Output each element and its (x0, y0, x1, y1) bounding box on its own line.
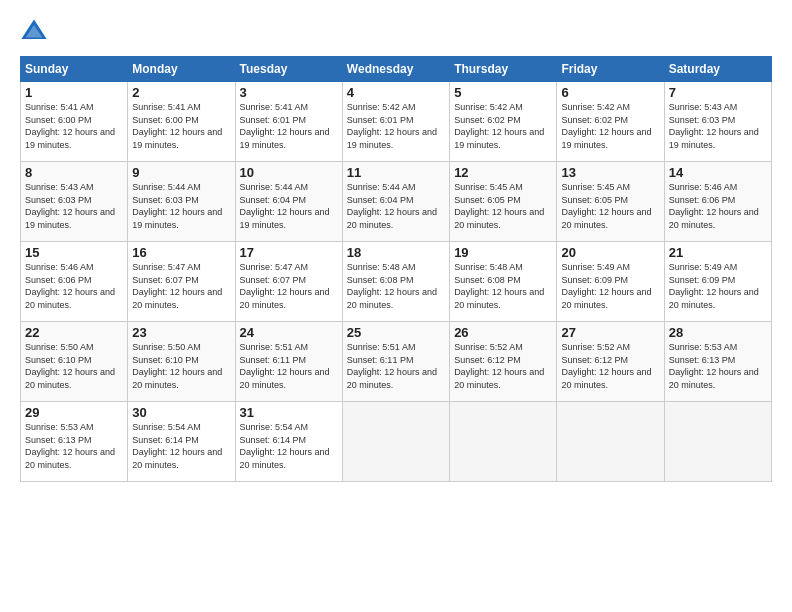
day-number: 16 (132, 245, 230, 260)
calendar-cell: 6 Sunrise: 5:42 AMSunset: 6:02 PMDayligh… (557, 82, 664, 162)
day-info: Sunrise: 5:54 AMSunset: 6:14 PMDaylight:… (132, 422, 222, 470)
day-info: Sunrise: 5:49 AMSunset: 6:09 PMDaylight:… (669, 262, 759, 310)
header-monday: Monday (128, 57, 235, 82)
day-number: 15 (25, 245, 123, 260)
day-number: 18 (347, 245, 445, 260)
header-thursday: Thursday (450, 57, 557, 82)
calendar-cell (342, 402, 449, 482)
day-number: 10 (240, 165, 338, 180)
calendar-cell: 8 Sunrise: 5:43 AMSunset: 6:03 PMDayligh… (21, 162, 128, 242)
calendar-cell: 21 Sunrise: 5:49 AMSunset: 6:09 PMDaylig… (664, 242, 771, 322)
day-info: Sunrise: 5:42 AMSunset: 6:01 PMDaylight:… (347, 102, 437, 150)
calendar-cell: 17 Sunrise: 5:47 AMSunset: 6:07 PMDaylig… (235, 242, 342, 322)
day-info: Sunrise: 5:51 AMSunset: 6:11 PMDaylight:… (347, 342, 437, 390)
calendar-cell: 19 Sunrise: 5:48 AMSunset: 6:08 PMDaylig… (450, 242, 557, 322)
day-number: 25 (347, 325, 445, 340)
calendar-cell: 13 Sunrise: 5:45 AMSunset: 6:05 PMDaylig… (557, 162, 664, 242)
calendar-cell: 16 Sunrise: 5:47 AMSunset: 6:07 PMDaylig… (128, 242, 235, 322)
day-info: Sunrise: 5:42 AMSunset: 6:02 PMDaylight:… (454, 102, 544, 150)
day-info: Sunrise: 5:41 AMSunset: 6:00 PMDaylight:… (25, 102, 115, 150)
day-number: 11 (347, 165, 445, 180)
calendar-cell: 14 Sunrise: 5:46 AMSunset: 6:06 PMDaylig… (664, 162, 771, 242)
day-info: Sunrise: 5:51 AMSunset: 6:11 PMDaylight:… (240, 342, 330, 390)
day-info: Sunrise: 5:54 AMSunset: 6:14 PMDaylight:… (240, 422, 330, 470)
calendar-cell: 24 Sunrise: 5:51 AMSunset: 6:11 PMDaylig… (235, 322, 342, 402)
day-number: 26 (454, 325, 552, 340)
logo (20, 18, 52, 46)
calendar-cell: 28 Sunrise: 5:53 AMSunset: 6:13 PMDaylig… (664, 322, 771, 402)
week-row-2: 15 Sunrise: 5:46 AMSunset: 6:06 PMDaylig… (21, 242, 772, 322)
day-info: Sunrise: 5:52 AMSunset: 6:12 PMDaylight:… (561, 342, 651, 390)
calendar-cell: 22 Sunrise: 5:50 AMSunset: 6:10 PMDaylig… (21, 322, 128, 402)
calendar-cell (450, 402, 557, 482)
day-info: Sunrise: 5:46 AMSunset: 6:06 PMDaylight:… (669, 182, 759, 230)
day-info: Sunrise: 5:42 AMSunset: 6:02 PMDaylight:… (561, 102, 651, 150)
calendar-cell: 29 Sunrise: 5:53 AMSunset: 6:13 PMDaylig… (21, 402, 128, 482)
day-number: 3 (240, 85, 338, 100)
header-wednesday: Wednesday (342, 57, 449, 82)
header-saturday: Saturday (664, 57, 771, 82)
day-number: 31 (240, 405, 338, 420)
day-info: Sunrise: 5:50 AMSunset: 6:10 PMDaylight:… (25, 342, 115, 390)
day-info: Sunrise: 5:44 AMSunset: 6:04 PMDaylight:… (240, 182, 330, 230)
day-info: Sunrise: 5:52 AMSunset: 6:12 PMDaylight:… (454, 342, 544, 390)
day-number: 22 (25, 325, 123, 340)
calendar-cell: 20 Sunrise: 5:49 AMSunset: 6:09 PMDaylig… (557, 242, 664, 322)
page: SundayMondayTuesdayWednesdayThursdayFrid… (0, 0, 792, 612)
day-number: 9 (132, 165, 230, 180)
day-info: Sunrise: 5:44 AMSunset: 6:04 PMDaylight:… (347, 182, 437, 230)
calendar-cell: 15 Sunrise: 5:46 AMSunset: 6:06 PMDaylig… (21, 242, 128, 322)
logo-icon (20, 18, 48, 46)
day-number: 5 (454, 85, 552, 100)
calendar-cell: 2 Sunrise: 5:41 AMSunset: 6:00 PMDayligh… (128, 82, 235, 162)
day-number: 21 (669, 245, 767, 260)
calendar-cell: 3 Sunrise: 5:41 AMSunset: 6:01 PMDayligh… (235, 82, 342, 162)
header-row: SundayMondayTuesdayWednesdayThursdayFrid… (21, 57, 772, 82)
calendar-cell: 30 Sunrise: 5:54 AMSunset: 6:14 PMDaylig… (128, 402, 235, 482)
day-number: 19 (454, 245, 552, 260)
calendar-cell: 1 Sunrise: 5:41 AMSunset: 6:00 PMDayligh… (21, 82, 128, 162)
calendar-cell: 10 Sunrise: 5:44 AMSunset: 6:04 PMDaylig… (235, 162, 342, 242)
week-row-4: 29 Sunrise: 5:53 AMSunset: 6:13 PMDaylig… (21, 402, 772, 482)
header (20, 18, 772, 46)
calendar-cell (664, 402, 771, 482)
calendar-cell: 4 Sunrise: 5:42 AMSunset: 6:01 PMDayligh… (342, 82, 449, 162)
calendar-cell (557, 402, 664, 482)
calendar-cell: 23 Sunrise: 5:50 AMSunset: 6:10 PMDaylig… (128, 322, 235, 402)
calendar-cell: 18 Sunrise: 5:48 AMSunset: 6:08 PMDaylig… (342, 242, 449, 322)
calendar-cell: 27 Sunrise: 5:52 AMSunset: 6:12 PMDaylig… (557, 322, 664, 402)
day-number: 7 (669, 85, 767, 100)
day-info: Sunrise: 5:48 AMSunset: 6:08 PMDaylight:… (347, 262, 437, 310)
calendar-table: SundayMondayTuesdayWednesdayThursdayFrid… (20, 56, 772, 482)
header-sunday: Sunday (21, 57, 128, 82)
day-info: Sunrise: 5:44 AMSunset: 6:03 PMDaylight:… (132, 182, 222, 230)
day-info: Sunrise: 5:53 AMSunset: 6:13 PMDaylight:… (25, 422, 115, 470)
day-number: 27 (561, 325, 659, 340)
day-number: 13 (561, 165, 659, 180)
day-number: 1 (25, 85, 123, 100)
day-info: Sunrise: 5:45 AMSunset: 6:05 PMDaylight:… (561, 182, 651, 230)
calendar-cell: 11 Sunrise: 5:44 AMSunset: 6:04 PMDaylig… (342, 162, 449, 242)
day-number: 24 (240, 325, 338, 340)
day-info: Sunrise: 5:41 AMSunset: 6:01 PMDaylight:… (240, 102, 330, 150)
day-number: 8 (25, 165, 123, 180)
day-number: 20 (561, 245, 659, 260)
day-info: Sunrise: 5:49 AMSunset: 6:09 PMDaylight:… (561, 262, 651, 310)
week-row-3: 22 Sunrise: 5:50 AMSunset: 6:10 PMDaylig… (21, 322, 772, 402)
day-number: 14 (669, 165, 767, 180)
calendar-cell: 5 Sunrise: 5:42 AMSunset: 6:02 PMDayligh… (450, 82, 557, 162)
week-row-1: 8 Sunrise: 5:43 AMSunset: 6:03 PMDayligh… (21, 162, 772, 242)
calendar-cell: 9 Sunrise: 5:44 AMSunset: 6:03 PMDayligh… (128, 162, 235, 242)
calendar-cell: 7 Sunrise: 5:43 AMSunset: 6:03 PMDayligh… (664, 82, 771, 162)
header-friday: Friday (557, 57, 664, 82)
day-info: Sunrise: 5:47 AMSunset: 6:07 PMDaylight:… (240, 262, 330, 310)
day-info: Sunrise: 5:45 AMSunset: 6:05 PMDaylight:… (454, 182, 544, 230)
header-tuesday: Tuesday (235, 57, 342, 82)
day-number: 12 (454, 165, 552, 180)
day-number: 30 (132, 405, 230, 420)
day-number: 4 (347, 85, 445, 100)
day-info: Sunrise: 5:43 AMSunset: 6:03 PMDaylight:… (669, 102, 759, 150)
week-row-0: 1 Sunrise: 5:41 AMSunset: 6:00 PMDayligh… (21, 82, 772, 162)
calendar-cell: 12 Sunrise: 5:45 AMSunset: 6:05 PMDaylig… (450, 162, 557, 242)
day-info: Sunrise: 5:47 AMSunset: 6:07 PMDaylight:… (132, 262, 222, 310)
